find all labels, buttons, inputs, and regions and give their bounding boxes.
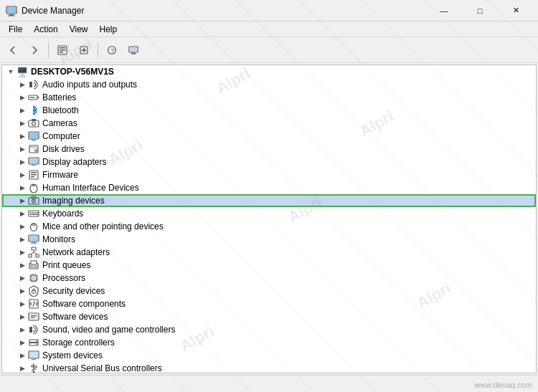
tree-item-software-dev[interactable]: ▶ Software devices (2, 310, 536, 323)
root-device-icon: 🖥️ (16, 66, 28, 77)
tree-item-software-comp[interactable]: ▶ Software components (2, 297, 536, 310)
svg-point-92 (35, 366, 37, 368)
expand-system-icon: ▶ (16, 350, 28, 361)
svg-point-19 (32, 122, 36, 125)
tree-item-hid[interactable]: ▶ Human Interface Devices (2, 181, 536, 194)
menu-view[interactable]: View (64, 23, 94, 36)
tree-item-mice[interactable]: ▶ Mice and other pointing devices (2, 220, 536, 233)
tree-item-storage[interactable]: ▶ Storage controllers (2, 336, 536, 349)
svg-rect-79 (29, 314, 38, 320)
menu-help[interactable]: Help (94, 23, 123, 36)
toolbar-back-button[interactable] (3, 41, 23, 59)
software-comp-label: Software components (42, 299, 126, 309)
toolbar-update-driver-button[interactable] (74, 41, 94, 59)
security-label: Security devices (42, 286, 105, 296)
display-icon (28, 156, 39, 168)
svg-rect-22 (29, 133, 38, 138)
tree-item-system[interactable]: ▶ System devices (2, 349, 536, 362)
svg-rect-42 (30, 212, 32, 214)
minimize-button[interactable]: — (428, 0, 461, 21)
hid-label: Human Interface Devices (42, 183, 139, 193)
tree-item-imaging[interactable]: ▶ Imaging devices (2, 194, 536, 207)
svg-rect-13 (131, 47, 136, 52)
expand-batteries-icon: ▶ (16, 92, 28, 103)
expand-audio-icon: ▶ (16, 79, 28, 90)
menu-action[interactable]: Action (28, 23, 63, 36)
tree-item-processors[interactable]: ▶ Processors (2, 272, 536, 285)
toolbar-separator-2 (98, 42, 98, 58)
window-title: Device Manager (22, 6, 428, 16)
tree-item-bluetooth[interactable]: ▶ Bluetooth (2, 104, 536, 117)
svg-rect-53 (29, 236, 38, 241)
close-button[interactable]: ✕ (499, 0, 532, 21)
expand-software-comp-icon: ▶ (16, 298, 28, 310)
svg-rect-55 (30, 243, 37, 244)
tree-item-cameras[interactable]: ▶ Cameras (2, 117, 536, 130)
svg-line-61 (34, 252, 37, 254)
svg-rect-20 (32, 119, 36, 121)
svg-rect-46 (30, 214, 32, 216)
svg-rect-18 (29, 120, 39, 127)
svg-rect-44 (34, 212, 36, 214)
svg-rect-31 (31, 172, 37, 173)
svg-rect-58 (36, 254, 39, 257)
display-label: Display adapters (42, 157, 106, 167)
device-tree[interactable]: ▼ 🖥️ DESKTOP-V56MV1S ▶ Audio inputs and … (1, 64, 537, 373)
expand-root-icon: ▼ (5, 66, 16, 77)
svg-rect-12 (131, 53, 136, 54)
storage-label: Storage controllers (42, 338, 115, 348)
security-icon (28, 285, 39, 297)
toolbar-forward-button[interactable] (24, 41, 44, 59)
tree-item-sound[interactable]: ▶ Sound, video and game controllers (2, 323, 536, 336)
firmware-icon (28, 169, 39, 181)
audio-label: Audio inputs and outputs (42, 80, 137, 90)
svg-rect-16 (37, 97, 39, 98)
tree-item-usb[interactable]: ▶ Universal Serial Bus controllers (2, 362, 536, 373)
tree-item-network[interactable]: ▶ Network adapters (2, 246, 536, 259)
tree-item-keyboards[interactable]: ▶ Keyboards (2, 207, 536, 220)
svg-rect-63 (31, 261, 37, 264)
svg-rect-23 (32, 140, 36, 141)
svg-rect-91 (32, 365, 34, 367)
app-icon (6, 5, 17, 16)
tree-item-disk[interactable]: ▶ Disk drives (2, 143, 536, 156)
svg-rect-25 (30, 146, 37, 148)
tree-item-computer[interactable]: ▶ Computer (2, 130, 536, 143)
tree-item-display[interactable]: ▶ Display adapters (2, 156, 536, 168)
computer-icon (28, 130, 39, 142)
svg-rect-33 (31, 176, 34, 178)
svg-rect-41 (29, 211, 39, 216)
svg-rect-47 (32, 214, 36, 216)
svg-rect-57 (29, 254, 32, 257)
maximize-button[interactable]: □ (463, 0, 496, 21)
tree-item-firmware[interactable]: ▶ Firmware (2, 168, 536, 181)
network-icon (28, 247, 39, 258)
toolbar-properties-button[interactable] (52, 41, 72, 59)
tree-item-audio[interactable]: ▶ Audio inputs and outputs (2, 78, 536, 91)
menu-file[interactable]: File (3, 23, 28, 36)
tree-item-batteries[interactable]: ▶ Batteries (2, 91, 536, 104)
cameras-icon (28, 118, 39, 129)
tree-item-monitors[interactable]: ▶ Monitors (2, 233, 536, 246)
tree-item-print[interactable]: ▶ Print queues (2, 259, 536, 272)
system-label: System devices (42, 350, 103, 360)
svg-rect-88 (29, 352, 38, 358)
svg-rect-7 (60, 52, 63, 53)
svg-point-26 (35, 150, 37, 152)
toolbar-help-button[interactable]: ? (102, 41, 122, 59)
status-bar (0, 375, 538, 392)
toolbar-scan-button[interactable] (123, 41, 143, 59)
expand-bluetooth-icon: ▶ (16, 105, 28, 116)
svg-rect-14 (29, 82, 32, 87)
tree-item-security[interactable]: ▶ Security devices (2, 285, 536, 297)
usb-icon (28, 363, 39, 373)
svg-rect-2 (8, 15, 15, 16)
disk-label: Disk drives (42, 144, 85, 154)
svg-rect-89 (32, 359, 36, 360)
svg-rect-3 (7, 7, 16, 13)
system-icon (28, 350, 39, 361)
expand-hid-icon: ▶ (16, 182, 28, 193)
tree-root[interactable]: ▼ 🖥️ DESKTOP-V56MV1S (2, 65, 536, 78)
software-comp-icon (28, 298, 39, 310)
sound-label: Sound, video and game controllers (42, 325, 175, 335)
